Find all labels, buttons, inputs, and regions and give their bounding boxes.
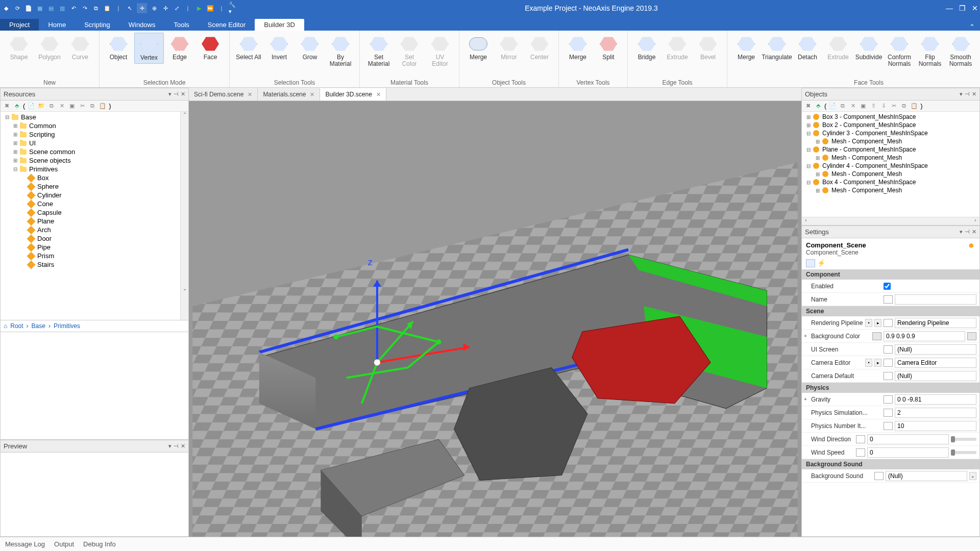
- toolbar-icon[interactable]: 📄: [828, 102, 837, 110]
- panel-pin-icon[interactable]: ⊣: [965, 91, 970, 97]
- ribbon-btn-by-material[interactable]: By Material: [326, 33, 355, 69]
- move-tool-icon[interactable]: ✛: [137, 3, 147, 13]
- object-row[interactable]: ⊟Box 4 - Component_MeshInSpace: [803, 178, 978, 186]
- scale-tool-icon[interactable]: ⤢: [173, 4, 181, 12]
- prop-arrow-icon[interactable]: ▸: [874, 319, 881, 327]
- expander-icon[interactable]: ⊟: [805, 131, 812, 136]
- settings-tab-events[interactable]: ⚡: [817, 259, 825, 267]
- prop-input[interactable]: [895, 358, 976, 368]
- object-row[interactable]: ⊞Box 3 - Component_MeshInSpace: [803, 113, 978, 121]
- grid1-icon[interactable]: ▦: [36, 4, 44, 12]
- tree-row[interactable]: ⊟Base: [2, 113, 179, 121]
- prop-swatch[interactable]: [884, 395, 893, 404]
- ribbon-btn-split[interactable]: Split: [594, 33, 623, 63]
- expander-icon[interactable]: ⊟: [805, 163, 812, 169]
- minimize-icon[interactable]: —: [946, 4, 953, 12]
- home-icon[interactable]: ⌂: [4, 322, 7, 330]
- tree-row[interactable]: Door: [2, 234, 179, 243]
- ribbon-btn-merge[interactable]: Merge: [463, 33, 493, 63]
- crumb[interactable]: Root: [10, 322, 23, 330]
- undo-icon[interactable]: ↶: [69, 4, 78, 12]
- ribbon-btn-triangulate[interactable]: Triangulate: [762, 33, 792, 63]
- doc-tab[interactable]: Builder 3D.scene✕: [320, 88, 386, 101]
- crumb[interactable]: Base: [32, 322, 45, 330]
- new-file-icon[interactable]: 📄: [24, 4, 33, 12]
- prop-input[interactable]: [895, 408, 976, 418]
- ribbon-tab-scene-editor[interactable]: Scene Editor: [199, 19, 255, 31]
- ribbon-btn-conform-normals[interactable]: Conform Normals: [885, 33, 914, 69]
- prop-dot-icon[interactable]: •: [865, 359, 872, 367]
- redo-icon[interactable]: ↷: [81, 4, 89, 12]
- object-row[interactable]: ⊟Cylinder 4 - Component_MeshInSpace: [803, 162, 978, 170]
- ribbon-btn-bridge[interactable]: Bridge: [632, 33, 662, 63]
- expander-icon[interactable]: ⊞: [12, 140, 19, 146]
- ribbon-tab-tools[interactable]: Tools: [164, 19, 198, 31]
- tree-row[interactable]: Sphere: [2, 182, 179, 191]
- ribbon-tab-scripting[interactable]: Scripting: [75, 19, 119, 31]
- tree-row[interactable]: Arch: [2, 226, 179, 234]
- toolbar-icon[interactable]: ⧉: [900, 102, 908, 110]
- toolbar-icon[interactable]: ▣: [68, 102, 76, 110]
- prop-swatch[interactable]: [884, 359, 893, 367]
- expander-icon[interactable]: +: [804, 333, 807, 339]
- panel-pin-icon[interactable]: ⊣: [174, 443, 179, 449]
- prop-input[interactable]: [895, 318, 976, 328]
- rotate-tool-icon[interactable]: ⊕: [150, 4, 158, 12]
- tree-row[interactable]: ⊟Primitives: [2, 165, 179, 173]
- ribbon-tab-builder-3d[interactable]: Builder 3D: [255, 19, 304, 31]
- prop-input[interactable]: [895, 371, 976, 381]
- tree-row[interactable]: Prism: [2, 252, 179, 260]
- toolbar-icon[interactable]: 📋: [910, 102, 918, 110]
- toolbar-icon[interactable]: 📁: [37, 102, 45, 110]
- status-item[interactable]: Debug Info: [83, 540, 116, 548]
- prop-arrow-icon[interactable]: ▸: [874, 359, 881, 367]
- expander-icon[interactable]: ⊞: [12, 132, 19, 137]
- pointer-icon[interactable]: ↖: [126, 4, 134, 12]
- close-icon[interactable]: ✕: [972, 4, 978, 12]
- prop-input[interactable]: [867, 447, 949, 458]
- object-row[interactable]: ⊞Mesh - Component_Mesh: [803, 154, 978, 162]
- resources-breadcrumbs[interactable]: ⌂ Root› Base› Primitives: [1, 320, 188, 332]
- tree-row[interactable]: ⊞Common: [2, 121, 179, 130]
- expander-icon[interactable]: ⊞: [12, 149, 19, 155]
- expander-icon[interactable]: ⊞: [12, 158, 19, 163]
- expander-icon[interactable]: ⊞: [805, 122, 812, 128]
- objects-tree[interactable]: ⊞Box 3 - Component_MeshInSpace⊞Box 2 - C…: [802, 112, 979, 217]
- tree-row[interactable]: Cone: [2, 199, 179, 208]
- viewport-3d[interactable]: z: [189, 101, 801, 537]
- object-row[interactable]: ⊞Mesh - Component_Mesh: [803, 170, 978, 178]
- ribbon-collapse-icon[interactable]: ⌃: [964, 23, 980, 31]
- doc-tab[interactable]: Materials.scene✕: [258, 88, 320, 101]
- toolbar-icon[interactable]: ⧉: [47, 102, 56, 110]
- prop-swatch[interactable]: [884, 372, 893, 380]
- prop-input[interactable]: [886, 471, 967, 481]
- prop-swatch[interactable]: [856, 448, 865, 457]
- play-icon[interactable]: ▶: [195, 4, 203, 12]
- scrollbar-horizontal[interactable]: ‹›: [802, 217, 979, 225]
- expander-icon[interactable]: ⊟: [12, 166, 19, 172]
- tree-row[interactable]: ⊞Scene objects: [2, 156, 179, 165]
- toolbar-icon[interactable]: ⬘: [814, 102, 822, 110]
- toolbar-icon[interactable]: ✕: [849, 102, 857, 110]
- resources-tree[interactable]: ⊟Base⊞Common⊞Scripting⊞UI⊞Scene common⊞S…: [1, 112, 180, 320]
- toolbar-icon[interactable]: 📄: [27, 102, 35, 110]
- prop-slider[interactable]: [951, 438, 976, 441]
- copy-icon[interactable]: ⧉: [92, 4, 100, 12]
- prop-swatch[interactable]: [874, 472, 884, 480]
- tree-row[interactable]: Box: [2, 173, 179, 182]
- maximize-icon[interactable]: ❐: [959, 4, 966, 12]
- object-row[interactable]: ⊟Cylinder 3 - Component_MeshInSpace: [803, 129, 978, 137]
- prop-input[interactable]: [867, 434, 949, 444]
- toolbar-icon[interactable]: ⇩: [879, 102, 888, 110]
- ribbon-btn-face[interactable]: Face: [195, 33, 225, 63]
- expander-icon[interactable]: ⊞: [814, 139, 821, 144]
- tree-row[interactable]: ⊞Scripting: [2, 130, 179, 139]
- toolbar-icon[interactable]: 📋: [99, 102, 107, 110]
- object-row[interactable]: ⊟Plane - Component_MeshInSpace: [803, 145, 978, 154]
- expander-icon[interactable]: +: [804, 396, 807, 402]
- prop-input[interactable]: [895, 294, 976, 305]
- tree-row[interactable]: Cylinder: [2, 191, 179, 199]
- panel-pin-icon[interactable]: ⊣: [965, 229, 970, 235]
- tree-row[interactable]: ⊞UI: [2, 139, 179, 147]
- toolbar-icon[interactable]: ⇧: [869, 102, 877, 110]
